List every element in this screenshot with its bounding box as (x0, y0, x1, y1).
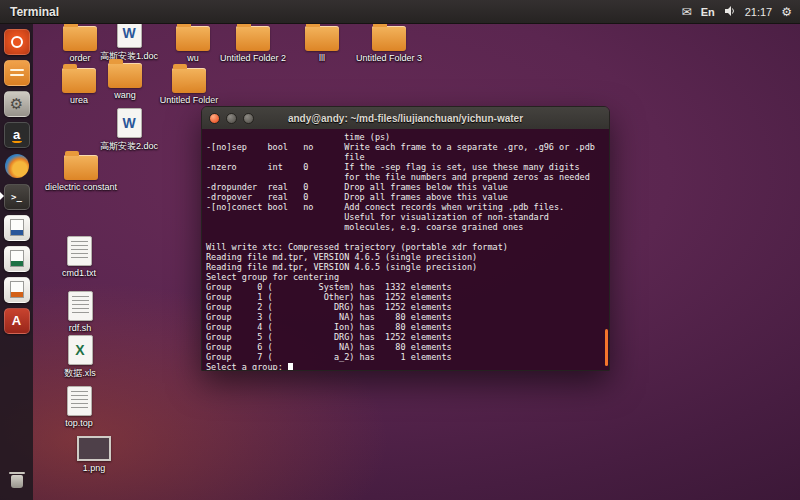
unity-launcher: ⚙ a >_ A (0, 24, 33, 500)
icon-label: Untitled Folder (160, 95, 219, 105)
icon-label: lll (319, 53, 325, 63)
icon-label: top.top (65, 418, 93, 428)
terminal-icon: >_ (4, 184, 30, 210)
active-app-title: Terminal (10, 5, 59, 19)
terminal-prompt: Select a group: (206, 362, 288, 371)
icon-label: wang (114, 90, 136, 100)
folder-icon (305, 26, 339, 51)
folder-icon (372, 26, 406, 51)
terminal-prompt-line: Select a group: (206, 362, 605, 371)
icon-label: Untitled Folder 3 (356, 53, 422, 63)
word-doc-icon: W (117, 108, 142, 138)
keyboard-layout-indicator[interactable]: En (701, 6, 715, 18)
running-app-arrow-icon (0, 192, 4, 200)
volume-icon[interactable] (724, 5, 736, 19)
desktop-icon-untitled-folder-3[interactable]: Untitled Folder 3 (353, 26, 425, 63)
icon-label: wu (187, 53, 199, 63)
software-center-icon: A (4, 308, 30, 334)
libreoffice-calc-icon (4, 246, 30, 272)
indicator-area: ✉ En 21:17 ⚙ (682, 5, 792, 19)
dash-home-icon (4, 29, 30, 55)
firefox-icon (4, 153, 30, 179)
maximize-button[interactable] (243, 113, 254, 124)
desktop-icon-cmd1-txt[interactable]: cmd1.txt (43, 236, 115, 278)
desktop-icon-lll[interactable]: lll (286, 26, 358, 63)
folder-icon (236, 26, 270, 51)
desktop-icon-top-top[interactable]: top.top (43, 386, 115, 428)
image-thumbnail-icon (77, 436, 111, 461)
launcher-item-libreoffice-writer[interactable] (0, 212, 33, 243)
icon-label: order (69, 53, 90, 63)
launcher-item-terminal[interactable]: >_ (0, 181, 33, 212)
desktop-icon-rdf-sh[interactable]: rdf.sh (44, 291, 116, 333)
icon-label: cmd1.txt (62, 268, 96, 278)
scrollbar-thumb[interactable] (605, 329, 608, 366)
minimize-button[interactable] (226, 113, 237, 124)
launcher-item-dash-home[interactable] (0, 26, 33, 57)
launcher-item-amazon[interactable]: a (0, 119, 33, 150)
libreoffice-impress-icon (4, 277, 30, 303)
icon-label: dielectric constant (45, 182, 117, 192)
files-icon (4, 60, 30, 86)
icon-label: 数据.xls (64, 367, 96, 380)
shell-script-icon (68, 291, 93, 321)
terminal-cursor (288, 363, 293, 372)
desktop-icon-dielectric-constant[interactable]: dielectric constant (45, 155, 117, 192)
libreoffice-writer-icon (4, 215, 30, 241)
terminal-body[interactable]: time (ps) -[no]sep bool no Write each fr… (202, 129, 609, 371)
icon-label: rdf.sh (69, 323, 92, 333)
desktop-icon-wang[interactable]: wang (89, 63, 161, 100)
launcher-item-trash[interactable] (0, 466, 33, 497)
folder-icon (108, 63, 142, 88)
text-file-icon (67, 386, 92, 416)
launcher-item-software-center[interactable]: A (0, 305, 33, 336)
folder-icon (172, 68, 206, 93)
desktop-icon-1-png[interactable]: 1.png (58, 436, 130, 473)
icon-label: urea (70, 95, 88, 105)
session-gear-icon[interactable]: ⚙ (781, 6, 792, 18)
launcher-item-system-settings[interactable]: ⚙ (0, 88, 33, 119)
amazon-icon: a (4, 122, 30, 148)
messaging-menu-icon[interactable]: ✉ (682, 6, 692, 18)
folder-icon (64, 155, 98, 180)
desktop-icon-doc2[interactable]: W 高斯安装2.doc (93, 108, 165, 153)
icon-label: 1.png (83, 463, 106, 473)
terminal-output: time (ps) -[no]sep bool no Write each fr… (206, 132, 605, 362)
launcher-item-libreoffice-impress[interactable] (0, 274, 33, 305)
close-button[interactable] (209, 113, 220, 124)
desktop-icon-untitled-folder[interactable]: Untitled Folder (153, 68, 225, 105)
system-settings-icon: ⚙ (4, 91, 30, 117)
top-menu-bar: Terminal ✉ En 21:17 ⚙ (0, 0, 800, 24)
icon-label: Untitled Folder 2 (220, 53, 286, 63)
launcher-item-files[interactable] (0, 57, 33, 88)
launcher-item-firefox[interactable] (0, 150, 33, 181)
terminal-titlebar[interactable]: andy@andy: ~/md-files/liujianchuan/yichu… (202, 107, 609, 129)
trash-icon (11, 475, 23, 488)
folder-icon (63, 26, 97, 51)
icon-label: 高斯安装2.doc (100, 140, 158, 153)
folder-icon (176, 26, 210, 51)
terminal-title: andy@andy: ~/md-files/liujianchuan/yichu… (288, 113, 523, 124)
launcher-item-libreoffice-calc[interactable] (0, 243, 33, 274)
spreadsheet-icon: X (68, 335, 93, 365)
desktop-icon-doc1[interactable]: W 高斯安装1.doc (93, 18, 165, 63)
terminal-window: andy@andy: ~/md-files/liujianchuan/yichu… (201, 106, 610, 371)
clock[interactable]: 21:17 (745, 6, 773, 18)
text-file-icon (67, 236, 92, 266)
desktop-icon-untitled-folder-2[interactable]: Untitled Folder 2 (217, 26, 289, 63)
desktop-icon-xls[interactable]: X 数据.xls (44, 335, 116, 380)
